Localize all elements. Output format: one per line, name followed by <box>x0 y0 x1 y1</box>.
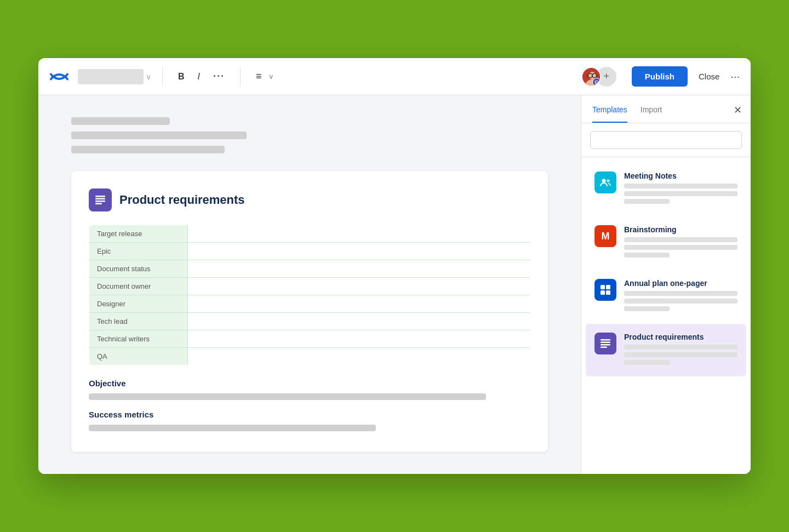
browser-window: ∨ B I ··· ≡ ∨ <box>38 58 751 474</box>
template-desc-bar-2 <box>624 191 737 196</box>
align-button[interactable]: ≡ <box>251 68 266 84</box>
template-desc-bar-3 <box>624 199 670 204</box>
collaborators-area: G + <box>581 67 616 87</box>
row-value[interactable] <box>188 225 530 243</box>
svg-rect-14 <box>601 285 605 289</box>
template-item-brainstorming[interactable]: M Brainstorming <box>586 216 746 269</box>
table-row: Tech lead <box>89 313 530 330</box>
svg-rect-20 <box>601 344 610 346</box>
svg-rect-8 <box>95 196 105 197</box>
more-options-button[interactable]: ··· <box>730 70 740 83</box>
svg-rect-19 <box>601 342 610 344</box>
template-desc-bar-1 <box>624 291 737 296</box>
search-input[interactable] <box>590 131 742 149</box>
svg-line-5 <box>587 76 588 76</box>
row-label: QA <box>89 348 188 365</box>
toolbar-divider-2 <box>240 67 241 87</box>
svg-line-6 <box>597 76 598 76</box>
row-label: Designer <box>89 295 188 313</box>
svg-rect-15 <box>606 285 610 289</box>
success-metrics-heading: Success metrics <box>89 410 530 419</box>
template-desc-bar-3 <box>624 253 670 258</box>
templates-list: Meeting Notes M Brainstorming Annual pla… <box>581 157 751 474</box>
doc-header: Product requirements <box>89 188 530 211</box>
svg-point-12 <box>602 179 606 183</box>
table-row: Epic <box>89 243 530 260</box>
tab-import[interactable]: Import <box>641 105 662 123</box>
table-row: Designer <box>89 295 530 313</box>
template-item-product-requirements[interactable]: Product requirements <box>586 324 746 376</box>
align-chevron-icon: ∨ <box>268 72 274 81</box>
row-label: Document status <box>89 260 188 278</box>
template-name-product-requirements: Product requirements <box>624 333 737 341</box>
template-desc-bar-2 <box>624 245 737 250</box>
row-value[interactable] <box>188 278 530 295</box>
doc-icon <box>89 188 112 211</box>
row-value[interactable] <box>188 330 530 348</box>
svg-rect-21 <box>601 347 607 348</box>
bold-button[interactable]: B <box>174 70 189 84</box>
row-value[interactable] <box>188 260 530 278</box>
tab-templates[interactable]: Templates <box>592 105 627 123</box>
template-item-meeting-notes[interactable]: Meeting Notes <box>586 163 746 215</box>
breadcrumb-pill[interactable] <box>78 69 144 84</box>
row-label: Target release <box>89 225 188 243</box>
template-info-brainstorming: Brainstorming <box>624 225 737 260</box>
confluence-logo <box>49 67 69 87</box>
table-row: Technical writers <box>89 330 530 348</box>
template-name-brainstorming: Brainstorming <box>624 225 737 234</box>
template-desc-bar-1 <box>624 184 737 188</box>
template-icon-product-requirements <box>594 333 616 354</box>
template-name-annual-plan: Annual plan one-pager <box>624 279 737 288</box>
requirements-table: Target releaseEpicDocument statusDocumen… <box>89 225 530 365</box>
objective-bar <box>89 393 486 400</box>
template-desc-bar-1 <box>624 345 737 350</box>
skeleton-bar-3 <box>71 146 225 153</box>
breadcrumb-chevron: ∨ <box>146 72 151 81</box>
row-label: Document owner <box>89 278 188 295</box>
panel-close-button[interactable]: ✕ <box>734 104 742 116</box>
template-name-meeting-notes: Meeting Notes <box>624 171 737 180</box>
svg-point-13 <box>607 180 610 182</box>
table-row: QA <box>89 348 530 365</box>
templates-panel: Templates Import ✕ 🔍 Meeting Notes <box>581 95 751 474</box>
toolbar-divider-1 <box>162 67 163 87</box>
skeleton-bar-1 <box>71 117 170 125</box>
svg-rect-17 <box>606 290 610 295</box>
publish-button[interactable]: Publish <box>632 66 688 87</box>
close-button[interactable]: Close <box>699 72 719 81</box>
align-group: ≡ ∨ <box>251 68 274 84</box>
row-label: Technical writers <box>89 330 188 348</box>
row-value[interactable] <box>188 295 530 313</box>
row-value[interactable] <box>188 348 530 365</box>
template-icon-meeting-notes <box>594 171 616 193</box>
template-icon-brainstorming: M <box>594 225 616 247</box>
template-desc-bar-2 <box>624 352 737 357</box>
template-info-meeting-notes: Meeting Notes <box>624 171 737 207</box>
svg-rect-18 <box>601 339 610 341</box>
format-more-button[interactable]: ··· <box>209 68 229 84</box>
avatar-user1: G <box>581 67 601 87</box>
template-desc-bar-2 <box>624 299 737 304</box>
template-info-annual-plan: Annual plan one-pager <box>624 279 737 314</box>
template-icon-annual-plan <box>594 279 616 301</box>
table-row: Document owner <box>89 278 530 295</box>
template-desc-bar-3 <box>624 360 670 365</box>
template-item-annual-plan[interactable]: Annual plan one-pager <box>586 270 746 323</box>
template-desc-bar-1 <box>624 237 737 242</box>
template-info-product-requirements: Product requirements <box>624 333 737 368</box>
svg-rect-10 <box>95 201 105 202</box>
document-title: Product requirements <box>119 193 245 207</box>
editor-panel: Product requirements Target releaseEpicD… <box>38 95 581 474</box>
row-value[interactable] <box>188 313 530 330</box>
row-value[interactable] <box>188 243 530 260</box>
objective-heading: Objective <box>89 379 530 388</box>
avatar-badge: G <box>592 78 601 87</box>
italic-button[interactable]: I <box>193 70 204 84</box>
success-metrics-bar <box>89 425 376 431</box>
main-content: Product requirements Target releaseEpicD… <box>38 95 751 474</box>
toolbar: ∨ B I ··· ≡ ∨ <box>38 58 751 95</box>
template-desc-bar-3 <box>624 306 670 311</box>
breadcrumb: ∨ <box>78 69 151 84</box>
search-area: 🔍 <box>581 123 751 157</box>
